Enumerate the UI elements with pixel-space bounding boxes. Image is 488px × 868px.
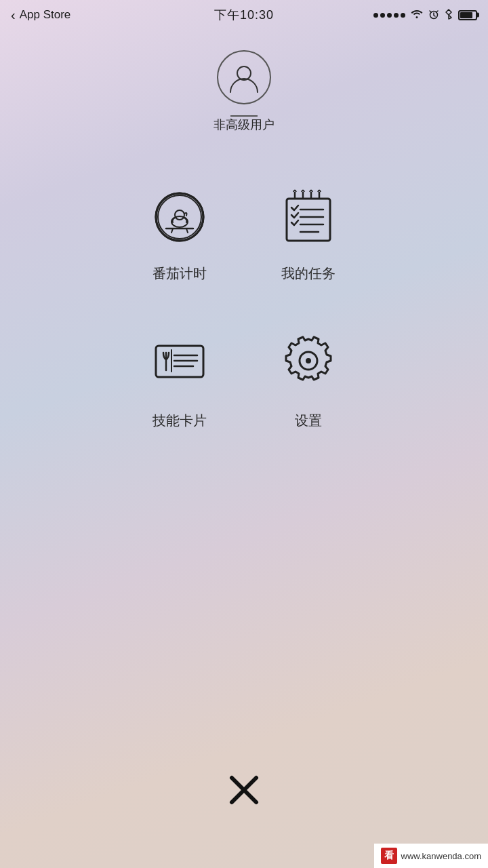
watermark-logo: 看 bbox=[381, 848, 397, 864]
signal-strength bbox=[373, 13, 405, 18]
skillcards-label: 技能卡片 bbox=[152, 412, 207, 430]
svg-rect-10 bbox=[287, 199, 330, 241]
alarm-icon bbox=[428, 9, 439, 22]
settings-label: 设置 bbox=[295, 412, 322, 430]
carrier-area: ‹ App Store bbox=[11, 7, 70, 23]
menu-item-skillcards[interactable]: 技能卡片 bbox=[142, 323, 217, 430]
close-button[interactable] bbox=[220, 766, 268, 814]
menu-grid: 番茄计时 bbox=[102, 176, 386, 430]
status-icons bbox=[373, 9, 477, 22]
back-arrow-icon[interactable]: ‹ bbox=[11, 7, 16, 23]
menu-item-tasks[interactable]: 我的任务 bbox=[271, 176, 346, 283]
tasks-icon bbox=[271, 176, 346, 251]
menu-item-pomodoro[interactable]: 番茄计时 bbox=[142, 176, 217, 283]
time-display: 下午10:30 bbox=[214, 7, 274, 23]
profile-section: 非高级用户 bbox=[214, 50, 274, 136]
watermark: 看 www.kanwenda.com bbox=[374, 844, 489, 868]
svg-point-26 bbox=[306, 358, 311, 363]
skillcards-icon bbox=[142, 323, 217, 398]
settings-icon bbox=[271, 323, 346, 398]
pomodoro-icon bbox=[142, 176, 217, 251]
bluetooth-icon bbox=[445, 9, 453, 22]
pomodoro-label: 番茄计时 bbox=[152, 264, 207, 283]
watermark-text: www.kanwenda.com bbox=[401, 851, 482, 861]
battery-indicator bbox=[458, 10, 477, 20]
tasks-label: 我的任务 bbox=[281, 264, 336, 283]
menu-item-settings[interactable]: 设置 bbox=[271, 323, 346, 430]
avatar bbox=[217, 50, 271, 104]
status-bar: ‹ App Store 下午10:30 bbox=[0, 0, 488, 30]
profile-name: 非高级用户 bbox=[214, 117, 274, 133]
wifi-icon bbox=[411, 9, 423, 21]
carrier-label: App Store bbox=[20, 8, 71, 22]
svg-point-6 bbox=[175, 210, 184, 220]
main-content: 非高级用户 bbox=[0, 30, 488, 484]
